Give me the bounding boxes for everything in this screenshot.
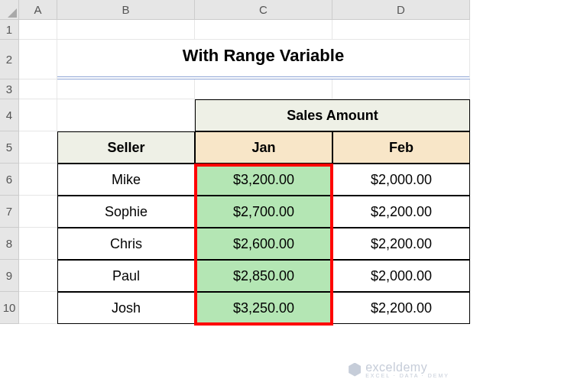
cell-A3[interactable] — [19, 79, 57, 99]
seller-cell[interactable]: Josh — [57, 292, 195, 324]
jan-cell[interactable]: $2,700.00 — [195, 196, 332, 228]
col-header-A[interactable]: A — [19, 0, 57, 20]
watermark-sub: EXCEL · DATA · DEMY — [365, 373, 449, 378]
watermark-brand: exceldemy — [365, 361, 427, 374]
row-header-7[interactable]: 7 — [0, 196, 19, 228]
cell-B1[interactable] — [57, 20, 195, 40]
row-header-4[interactable]: 4 — [0, 99, 19, 131]
cell-A4[interactable] — [19, 99, 57, 131]
cell-A7[interactable] — [19, 196, 57, 228]
seller-header[interactable]: Seller — [57, 131, 195, 164]
feb-cell[interactable]: $2,000.00 — [332, 260, 470, 292]
cell-A1[interactable] — [19, 20, 57, 40]
jan-cell[interactable]: $3,250.00 — [195, 292, 332, 324]
cell-A9[interactable] — [19, 260, 57, 292]
feb-cell[interactable]: $2,200.00 — [332, 196, 470, 228]
sheet-title[interactable]: With Range Variable — [57, 40, 470, 79]
cell-B4[interactable] — [57, 99, 195, 131]
cell-A6[interactable] — [19, 164, 57, 196]
row-header-10[interactable]: 10 — [0, 292, 19, 324]
seller-cell[interactable]: Chris — [57, 228, 195, 260]
row-header-3[interactable]: 3 — [0, 79, 19, 99]
feb-cell[interactable]: $2,000.00 — [332, 164, 470, 196]
row-header-1[interactable]: 1 — [0, 20, 19, 40]
col-header-B[interactable]: B — [57, 0, 195, 20]
jan-header[interactable]: Jan — [195, 131, 332, 164]
sales-amount-header[interactable]: Sales Amount — [195, 99, 470, 131]
cell-D1[interactable] — [332, 20, 470, 40]
row-header-5[interactable]: 5 — [0, 131, 19, 164]
row-header-8[interactable]: 8 — [0, 228, 19, 260]
cell-C1[interactable] — [195, 20, 332, 40]
feb-header[interactable]: Feb — [332, 131, 470, 164]
col-header-C[interactable]: C — [195, 0, 332, 20]
jan-cell[interactable]: $2,850.00 — [195, 260, 332, 292]
jan-cell[interactable]: $3,200.00 — [195, 164, 332, 196]
select-all-corner[interactable] — [0, 0, 19, 20]
row-header-9[interactable]: 9 — [0, 260, 19, 292]
jan-cell[interactable]: $2,600.00 — [195, 228, 332, 260]
feb-cell[interactable]: $2,200.00 — [332, 292, 470, 324]
cell-C3[interactable] — [195, 79, 332, 99]
seller-cell[interactable]: Paul — [57, 260, 195, 292]
spreadsheet-grid: A B C D 1 2 With Range Variable 3 4 Sale… — [0, 0, 587, 324]
row-header-6[interactable]: 6 — [0, 164, 19, 196]
cell-D3[interactable] — [332, 79, 470, 99]
seller-cell[interactable]: Mike — [57, 164, 195, 196]
cell-B3[interactable] — [57, 79, 195, 99]
col-header-D[interactable]: D — [332, 0, 470, 20]
cell-A10[interactable] — [19, 292, 57, 324]
cell-A8[interactable] — [19, 228, 57, 260]
exceldemy-logo-icon — [349, 363, 361, 377]
cell-A2[interactable] — [19, 40, 57, 79]
watermark: exceldemy EXCEL · DATA · DEMY — [349, 361, 449, 378]
row-header-2[interactable]: 2 — [0, 40, 19, 79]
seller-cell[interactable]: Sophie — [57, 196, 195, 228]
cell-A5[interactable] — [19, 131, 57, 164]
feb-cell[interactable]: $2,200.00 — [332, 228, 470, 260]
